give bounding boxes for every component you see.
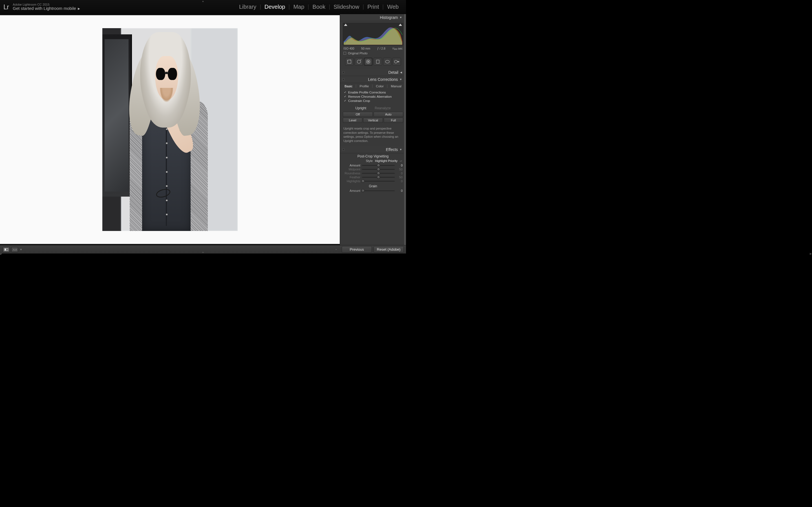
filmstrip-menu-icon[interactable]: ⌄ xyxy=(335,247,337,250)
slider-value[interactable]: 0 xyxy=(396,172,403,175)
checkbox-label: Constrain Crop xyxy=(348,99,370,103)
filmstrip-expand-icon[interactable]: ▲ xyxy=(202,251,204,253)
triangle-down-icon: ▼ xyxy=(400,78,402,81)
upright-full-button[interactable]: Full xyxy=(384,118,403,123)
reanalyze-button[interactable]: Reanalyze xyxy=(375,106,391,110)
style-label: Style xyxy=(366,159,372,163)
slider-value[interactable]: 0 xyxy=(396,189,403,192)
grain-amount-slider[interactable]: Amount 0 xyxy=(340,189,406,193)
panel-title: Lens Corrections xyxy=(368,77,398,82)
scrollbar-thumb[interactable] xyxy=(404,24,406,103)
histogram-aperture: ƒ / 2.8 xyxy=(377,47,386,50)
red-eye-tool[interactable] xyxy=(364,58,372,66)
slider-value[interactable]: 0 xyxy=(396,179,403,183)
histogram-shutter: ¹⁄₈₀₀ sec xyxy=(392,47,403,50)
slider-amount[interactable]: Amount0 xyxy=(340,163,406,167)
slider-highlights[interactable]: Highlights0 xyxy=(340,179,406,183)
triangle-down-icon: ▼ xyxy=(400,148,402,151)
panel-switch-icon[interactable] xyxy=(342,149,345,151)
vignette-style-dropdown[interactable]: Style Highlight Priority ▵▿ xyxy=(340,159,406,163)
tool-strip xyxy=(343,57,403,68)
module-map[interactable]: Map xyxy=(289,4,308,10)
histogram-focal: 50 mm xyxy=(361,47,370,50)
svg-rect-7 xyxy=(397,61,399,62)
module-print[interactable]: Print xyxy=(363,4,383,10)
histogram-iso: ISO 400 xyxy=(343,47,354,50)
slider-value[interactable]: 50 xyxy=(396,175,403,179)
panel-header-effects[interactable]: Effects ▼ xyxy=(340,146,406,153)
original-photo-label: Original Photo xyxy=(348,52,368,55)
panel-header-lens-corrections[interactable]: Lens Corrections ▼ xyxy=(340,76,406,83)
lens-tab-basic[interactable]: Basic xyxy=(345,84,352,88)
histogram-panel: ISO 400 50 mm ƒ / 2.8 ¹⁄₈₀₀ sec Original… xyxy=(340,21,406,69)
upright-note: Upright resets crop and perspective corr… xyxy=(340,125,406,146)
upright-level-button[interactable]: Level xyxy=(343,118,362,123)
checkbox-label: Remove Chromatic Aberration xyxy=(348,95,392,98)
svg-point-5 xyxy=(386,60,389,63)
radial-filter-tool[interactable] xyxy=(383,58,392,66)
panel-header-detail[interactable]: Detail ◀ xyxy=(340,69,406,76)
triangle-down-icon: ▼ xyxy=(400,16,402,19)
slider-feather[interactable]: Feather50 xyxy=(340,175,406,179)
panel-title: Histogram xyxy=(380,15,398,20)
loupe-view-button[interactable] xyxy=(3,247,10,252)
module-library[interactable]: Library xyxy=(235,4,260,10)
slider-roundness[interactable]: Roundness0 xyxy=(340,171,406,175)
triangle-left-icon: ◀ xyxy=(400,71,402,74)
chevron-updown-icon: ▵▿ xyxy=(400,160,402,162)
preview-photo xyxy=(102,28,238,231)
image-canvas[interactable] xyxy=(0,14,340,245)
slider-midpoint[interactable]: Midpoint50 xyxy=(340,167,406,171)
upright-off-button[interactable]: Off xyxy=(343,112,373,117)
slider-label: Highlights xyxy=(343,179,360,183)
module-picker: Library Develop Map Book Slideshow Print… xyxy=(235,4,403,10)
svg-point-3 xyxy=(368,61,369,62)
lens-tab-manual[interactable]: Manual xyxy=(391,84,402,88)
panel-title: Detail xyxy=(388,70,398,75)
upright-vertical-button[interactable]: Vertical xyxy=(363,118,383,123)
slider-label: Midpoint xyxy=(343,168,360,171)
top-panel-expand-icon[interactable]: ▲ xyxy=(202,0,204,3)
slider-label: Amount xyxy=(343,189,360,192)
panel-header-histogram[interactable]: Histogram ▼ xyxy=(340,14,406,21)
panel-switch-icon[interactable] xyxy=(342,78,345,80)
lens-tab-color[interactable]: Color xyxy=(376,84,384,88)
constrain-crop-checkbox[interactable]: ✓Constrain Crop xyxy=(343,99,403,103)
checkbox-icon xyxy=(343,52,346,55)
panel-title: Effects xyxy=(386,147,398,152)
before-after-view-button[interactable] xyxy=(11,247,18,252)
module-develop[interactable]: Develop xyxy=(260,4,289,10)
module-slideshow[interactable]: Slideshow xyxy=(329,4,363,10)
upright-auto-button[interactable]: Auto xyxy=(373,112,403,117)
previous-button[interactable]: Previous xyxy=(342,246,372,252)
module-web[interactable]: Web xyxy=(383,4,403,10)
toolbar: ▼ ⌄ Previous Reset (Adobe) ▲ xyxy=(0,245,406,253)
slider-label: Roundness xyxy=(343,172,360,175)
module-book[interactable]: Book xyxy=(308,4,329,10)
spot-removal-tool[interactable] xyxy=(355,58,363,66)
crop-tool[interactable] xyxy=(345,58,354,66)
remove-chromatic-aberration-checkbox[interactable]: ✓Remove Chromatic Aberration xyxy=(343,94,403,99)
histogram-graph[interactable] xyxy=(343,23,403,45)
identity-plate-link[interactable]: Get started with Lightroom mobile ▶ xyxy=(13,6,80,11)
reset-button[interactable]: Reset (Adobe) xyxy=(373,246,404,252)
checkbox-label: Enable Profile Corrections xyxy=(348,91,386,94)
lens-tabs: Basic Profile Color Manual xyxy=(340,83,406,90)
panel-switch-icon[interactable] xyxy=(342,71,345,73)
adjustment-brush-tool[interactable] xyxy=(393,58,401,66)
slider-value[interactable]: 50 xyxy=(396,168,403,171)
vignette-section-title: Post-Crop Vignetting xyxy=(340,153,406,159)
checkmark-icon: ✓ xyxy=(343,91,347,94)
svg-rect-9 xyxy=(5,249,6,250)
enable-profile-corrections-checkbox[interactable]: ✓Enable Profile Corrections xyxy=(343,90,403,94)
toolbar-menu-icon[interactable]: ▼ xyxy=(20,248,22,251)
app-logo: Lr xyxy=(3,3,9,11)
graduated-filter-tool[interactable] xyxy=(373,58,382,66)
lens-tab-profile[interactable]: Profile xyxy=(359,84,369,88)
svg-rect-0 xyxy=(348,60,351,63)
identity-plate-label: Get started with Lightroom mobile xyxy=(13,6,76,11)
slider-value[interactable]: 0 xyxy=(396,164,403,167)
upright-label: Upright xyxy=(355,106,366,110)
slider-label: Feather xyxy=(343,175,360,179)
original-photo-toggle[interactable]: Original Photo xyxy=(343,51,403,57)
